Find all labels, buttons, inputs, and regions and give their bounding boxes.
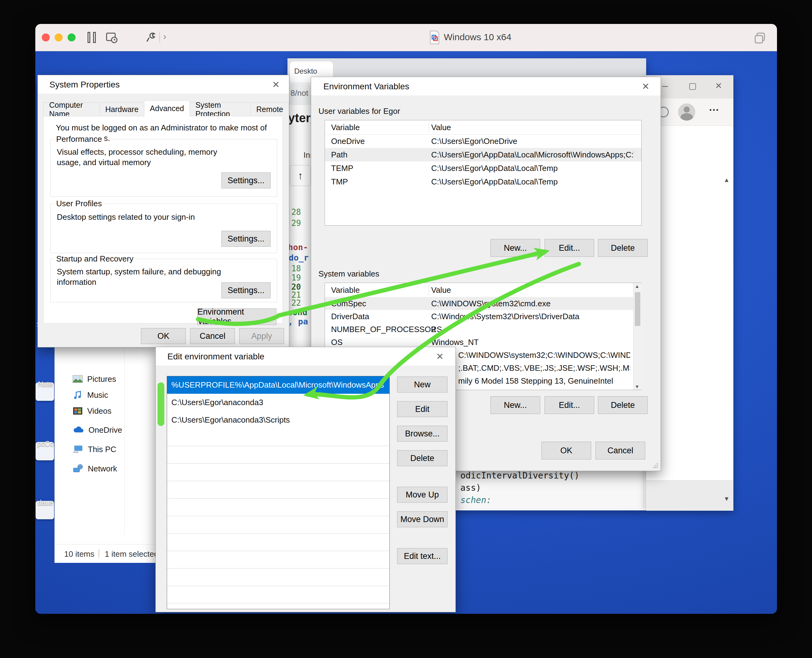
sidebar-item-onedrive[interactable]: OneDrive [72,423,122,437]
line-number: 29 [287,219,301,228]
chevron-right-icon[interactable]: › [163,31,166,42]
var-value: C:\Users\Egor\AppData\Local\Microsoft\Wi… [431,150,634,160]
list-item[interactable]: C:\Users\Egor\anaconda3\Scripts [167,411,390,429]
tab-system-protection[interactable]: System Protection [190,102,251,116]
move-up-button[interactable]: Move Up [397,487,448,503]
environment-variables-button[interactable]: Environment Variables... [197,309,276,325]
code-token: cond [287,307,308,317]
system-new-button[interactable]: New... [490,396,540,414]
pause-vm-icon[interactable] [88,32,96,43]
mac-fullscreen-icon[interactable] [754,32,766,44]
user-profiles-settings-button[interactable]: Settings... [221,231,270,247]
list-item[interactable]: C:\Users\Egor\anaconda3 [167,394,390,411]
menu-ellipsis-icon[interactable]: ••• [710,107,719,114]
dialog-titlebar: System Properties ✕ [38,75,289,94]
scroll-down-icon[interactable]: ▼ [635,384,639,389]
system-delete-button[interactable]: Delete [598,396,648,414]
edit-environment-variable-dialog: Edit environment variable ✕ %USERPROFILE… [155,347,456,612]
group-label: Performance [54,135,104,144]
avatar[interactable] [678,103,695,121]
vm-window-title: Windows 10 x64 [444,32,511,42]
sidebar-item-network[interactable]: Network [72,462,117,475]
close-icon[interactable]: ✕ [436,351,444,362]
nav-pane-divider [124,323,125,536]
column-variable[interactable]: Variable [331,285,360,295]
code-line: odicIntervalDiversity() [460,470,580,481]
scrollbar-thumb[interactable] [635,292,640,326]
scroll-down-icon[interactable]: ▼ [724,495,730,502]
move-cell-up-button[interactable]: ↑ [290,165,311,186]
var-value: C:\Users\Egor\OneDrive [431,136,634,146]
startup-settings-button[interactable]: Settings... [221,282,270,298]
sidebar-item-label: Videos [87,406,112,416]
ok-button[interactable]: OK [542,442,591,459]
user-new-button[interactable]: New... [490,239,540,257]
delete-button[interactable]: Delete [397,450,448,466]
move-down-button[interactable]: Move Down [397,511,448,527]
edge-bottom-panel: ▼ [646,480,733,511]
scrollbar[interactable]: ▲ ▼ [633,283,642,390]
system-edit-button[interactable]: Edit... [545,396,594,414]
minimize-icon[interactable]: – [662,80,668,91]
table-row-selected[interactable]: Path C:\Users\Egor\AppData\Local\Microso… [325,148,641,161]
column-value[interactable]: Value [431,285,451,295]
dialog-title: System Properties [49,80,120,89]
column-variable[interactable]: Variable [331,123,360,132]
var-value: C:\Users\Egor\AppData\Local\Temp [431,177,634,186]
path-list[interactable]: %USERPROFILE%\AppData\Local\Microsoft\Wi… [167,376,390,609]
sidebar-item-pictures[interactable]: Pictures [72,372,116,386]
table-row[interactable]: NUMBER_OF_PROCESSORS 2 [325,323,633,336]
scroll-up-icon[interactable]: ▲ [635,284,639,289]
browse-button[interactable]: Browse... [397,426,448,442]
close-icon[interactable]: ✕ [272,79,280,90]
close-icon[interactable]: ✕ [642,81,650,92]
table-row[interactable]: ComSpec C:\WINDOWS\system32\cmd.exe [325,297,633,310]
mac-close-button[interactable] [42,33,50,41]
maximize-icon[interactable]: ▢ [688,81,697,91]
column-value[interactable]: Value [431,123,451,132]
sidebar-item-label: This PC [88,445,116,454]
mac-minimize-button[interactable] [55,33,63,41]
dialog-title: Edit environment variable [167,352,264,362]
table-row[interactable]: TEMP C:\Users\Egor\AppData\Local\Temp [325,161,641,175]
tab-hardware[interactable]: Hardware [99,102,144,116]
this-pc-icon [72,445,83,454]
resize-grip[interactable] [653,463,658,468]
sidebar-item-thispc[interactable]: This PC [72,443,116,456]
table-row[interactable]: OneDrive C:\Users\Egor\OneDrive [325,135,641,148]
scroll-up-icon[interactable]: ▲ [724,177,730,183]
cancel-button[interactable]: Cancel [190,328,235,344]
tab-remote[interactable]: Remote [250,102,289,116]
snapshot-icon[interactable] [105,31,118,44]
close-icon[interactable]: ✕ [715,81,722,91]
dialog-titlebar: Edit environment variable ✕ [156,347,455,365]
edit-text-button[interactable]: Edit text... [397,548,448,564]
user-edit-button[interactable]: Edit... [545,239,594,257]
ok-button[interactable]: OK [141,328,186,344]
var-name: NUMBER_OF_PROCESSORS [331,325,442,334]
edit-button[interactable]: Edit [397,401,448,417]
code-token: hon- [288,243,308,252]
sidebar-item-label: Music [87,390,108,400]
list-item-selected[interactable]: %USERPROFILE%\AppData\Local\Microsoft\Wi… [167,376,390,394]
line-number: 19 [287,273,301,282]
performance-settings-button[interactable]: Settings... [221,172,270,188]
mac-zoom-button[interactable] [68,33,75,41]
system-variables-label: System variables [319,269,379,279]
apply-button[interactable]: Apply [239,328,284,344]
toolbar-divider [159,32,160,43]
cancel-button[interactable]: Cancel [595,442,645,459]
tab-computer-name[interactable]: Computer Name [43,102,100,116]
dialog-titlebar: Environment Variables ✕ [311,77,661,96]
sidebar-item-label: Network [88,464,117,473]
table-row[interactable]: TMP C:\Users\Egor\AppData\Local\Temp [325,175,641,188]
table-row[interactable]: DriverData C:\Windows\System32\Drivers\D… [325,310,633,323]
new-button[interactable]: New [397,377,448,393]
tab-advanced[interactable]: Advanced [144,100,190,116]
vm-app-window: › Windows 10 x64 Settin Note pcCo daue [35,24,777,614]
sidebar-item-videos[interactable]: Videos [72,404,112,418]
user-profiles-group: User Profiles Desktop settings related t… [50,204,277,253]
wrench-icon[interactable] [144,31,157,44]
user-delete-button[interactable]: Delete [598,239,648,257]
sidebar-item-music[interactable]: Music [72,388,108,402]
